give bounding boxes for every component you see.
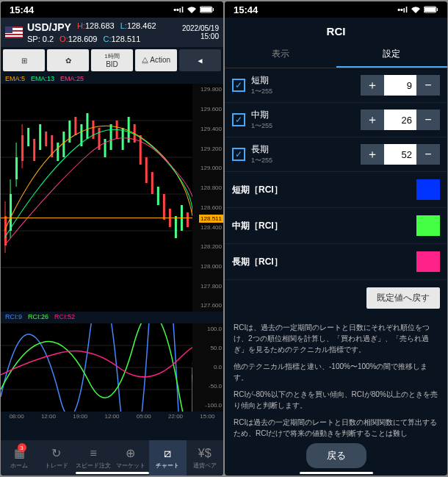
- svg-rect-38: [157, 187, 159, 205]
- page-title: RCI: [225, 18, 447, 42]
- clock: 15:44: [10, 4, 34, 15]
- description: RCIは、過去の一定期間のレートと日数にそれぞれ順位をつけ、2つの順位相関を計算…: [225, 316, 447, 451]
- color-swatch-mid[interactable]: [416, 215, 440, 236]
- svg-rect-26: [86, 113, 88, 139]
- svg-rect-48: [424, 7, 436, 12]
- minus-short[interactable]: −: [416, 75, 440, 96]
- y-axis-main: 129.800 129.600 129.400 129.200 129.000 …: [192, 84, 223, 312]
- checkbox-mid[interactable]: ✓: [232, 113, 245, 126]
- svg-rect-49: [437, 8, 438, 11]
- action-button[interactable]: ⧋ Action: [135, 49, 177, 71]
- svg-rect-41: [175, 216, 177, 238]
- plus-long[interactable]: ＋: [361, 144, 384, 165]
- svg-rect-21: [57, 143, 59, 161]
- svg-rect-2: [213, 8, 214, 11]
- minus-mid[interactable]: −: [416, 110, 440, 130]
- pair-name: USD/JPY: [27, 21, 71, 34]
- pair-header: USD/JPY H:128.683 L:128.462 SP: 0.2 O:12…: [1, 18, 223, 47]
- badge: 3: [18, 443, 26, 452]
- minus-long[interactable]: −: [416, 144, 440, 165]
- plus-short[interactable]: ＋: [361, 75, 384, 96]
- svg-rect-19: [45, 132, 47, 146]
- svg-rect-17: [33, 139, 35, 161]
- rci-indicators: RCI:9 RCI:26 RCI:52: [1, 312, 223, 322]
- svg-rect-29: [104, 139, 106, 157]
- svg-rect-32: [122, 128, 124, 150]
- back-button[interactable]: 戻る: [306, 443, 366, 468]
- home-indicator[interactable]: [300, 472, 373, 474]
- svg-rect-16: [27, 128, 29, 146]
- svg-rect-30: [110, 124, 112, 150]
- reset-button[interactable]: 既定値へ戻す: [366, 287, 440, 309]
- bottom-nav: ▦ホーム3 ↻トレード ≡スピード注文 ⊕マーケット ⧄チャート ¥$通貨ペア: [1, 440, 223, 476]
- status-icons: ••ıl: [397, 5, 438, 14]
- y-axis-sub: 100.0 50.0 0.0 -50.0 -100.0: [192, 323, 223, 412]
- clock: 15:44: [234, 4, 258, 15]
- svg-rect-24: [74, 117, 76, 135]
- settings-screen: 15:44 ••ıl RCI 表示 設定 ✓ 短期1〜255 ＋ 9 − ✓ 中…: [225, 1, 447, 476]
- svg-rect-1: [200, 7, 212, 12]
- svg-rect-22: [62, 132, 65, 157]
- color-swatch-long[interactable]: [416, 251, 440, 272]
- svg-rect-37: [151, 172, 153, 194]
- color-long: 長期［RCI］: [225, 244, 447, 280]
- value-long[interactable]: 52: [384, 144, 416, 165]
- nav-chart[interactable]: ⧄チャート: [149, 440, 187, 476]
- collapse-button[interactable]: ◄: [179, 49, 221, 71]
- flag-icon: [5, 26, 23, 38]
- value-mid[interactable]: 26: [384, 110, 416, 130]
- nav-pairs[interactable]: ¥$通貨ペア: [187, 440, 224, 476]
- rci-svg: [1, 323, 192, 412]
- svg-rect-36: [145, 157, 148, 183]
- setting-long: ✓ 長期1〜255 ＋ 52 −: [225, 137, 447, 172]
- setting-short: ✓ 短期1〜255 ＋ 9 −: [225, 68, 447, 103]
- tabs: 表示 設定: [225, 42, 447, 68]
- nav-speed[interactable]: ≡スピード注文: [75, 440, 112, 476]
- svg-rect-18: [39, 124, 41, 150]
- main-chart[interactable]: 129.800 129.600 129.400 129.200 129.000 …: [1, 84, 223, 312]
- toolbar: ⊞ ✿ 1時間 BID ⧋ Action ◄: [1, 47, 223, 73]
- checkbox-long[interactable]: ✓: [232, 148, 245, 161]
- status-bar: 15:44 ••ıl: [225, 1, 447, 18]
- candlestick-svg: [1, 84, 192, 312]
- home-indicator[interactable]: [76, 472, 149, 474]
- settings-button[interactable]: ✿: [47, 49, 89, 71]
- grid-button[interactable]: ⊞: [3, 49, 45, 71]
- price-tag: 128.511: [199, 215, 223, 223]
- svg-rect-39: [163, 194, 165, 220]
- color-short: 短期［RCI］: [225, 172, 447, 208]
- plus-mid[interactable]: ＋: [361, 110, 384, 130]
- nav-trade[interactable]: ↻トレード: [38, 440, 76, 476]
- svg-rect-35: [140, 135, 142, 165]
- tab-settings[interactable]: 設定: [336, 42, 448, 68]
- color-swatch-short[interactable]: [416, 179, 440, 200]
- svg-rect-33: [128, 117, 130, 143]
- status-icons: ••ıl: [173, 5, 214, 14]
- ema-indicators: EMA:5 EMA:13 EMA:25: [1, 73, 223, 84]
- svg-rect-27: [92, 121, 94, 139]
- svg-rect-43: [187, 212, 189, 227]
- svg-rect-10: [10, 194, 12, 231]
- color-mid: 中期［RCI］: [225, 208, 447, 244]
- setting-mid: ✓ 中期1〜255 ＋ 26 −: [225, 103, 447, 137]
- bid-button[interactable]: 1時間 BID: [91, 49, 133, 71]
- datetime: 2022/05/1915:00: [182, 24, 219, 40]
- sub-chart[interactable]: 100.0 50.0 0.0 -50.0 -100.0: [1, 323, 223, 412]
- value-short[interactable]: 9: [384, 75, 416, 96]
- tab-display[interactable]: 表示: [225, 42, 336, 68]
- nav-market[interactable]: ⊕マーケット: [112, 440, 150, 476]
- price-line: [1, 218, 192, 218]
- checkbox-short[interactable]: ✓: [232, 79, 245, 92]
- chart-screen: 15:44 ••ıl USD/JPY H:128.683 L:128.462 S…: [1, 1, 223, 476]
- x-axis: 08:0012:0019:0012:0005:0022:0015:00: [1, 412, 223, 421]
- status-bar: 15:44 ••ıl: [1, 1, 223, 18]
- nav-home[interactable]: ▦ホーム3: [1, 440, 38, 476]
